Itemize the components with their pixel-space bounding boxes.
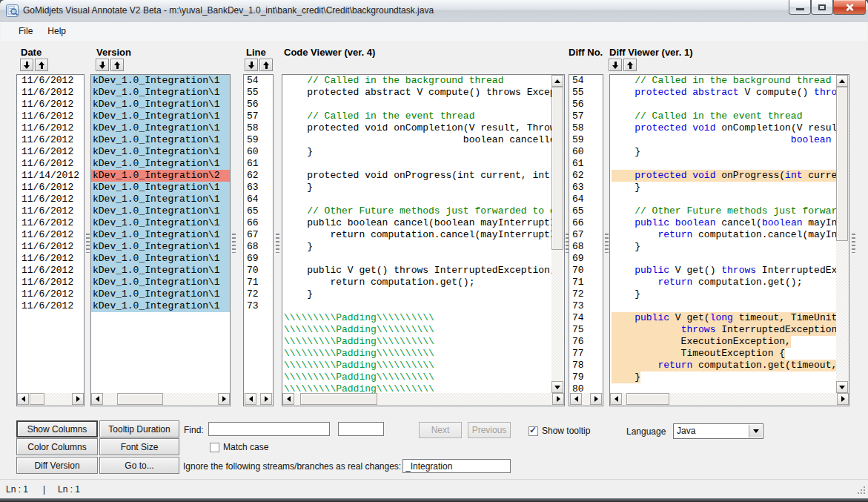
date-row[interactable]: 11/6/2012 — [17, 241, 84, 253]
diff-number[interactable]: 77 — [569, 348, 603, 360]
diff-line[interactable]: boolean cancelled) { — [610, 134, 836, 146]
horizontal-scrollbar[interactable] — [244, 393, 273, 406]
diff-line[interactable]: } — [610, 288, 836, 300]
code-line[interactable]: boolean cancelled) { — [282, 134, 551, 146]
line-number[interactable]: 64 — [244, 194, 273, 205]
code-line[interactable]: protected void onProgress(int current, i… — [282, 170, 551, 182]
diff-number[interactable]: 71 — [569, 277, 603, 288]
code-line[interactable]: } — [282, 146, 551, 158]
diff-line[interactable]: return computation.get(); — [610, 277, 836, 288]
ignore-streams-input[interactable] — [402, 459, 511, 473]
date-row[interactable]: 11/6/2012 — [17, 265, 84, 277]
diff-number[interactable]: 61 — [569, 158, 603, 170]
diff-number[interactable]: 62 — [569, 170, 603, 182]
splitter-grip[interactable] — [276, 234, 279, 253]
line-number[interactable]: 63 — [244, 182, 273, 194]
splitter-grip[interactable] — [605, 234, 609, 253]
date-row[interactable]: 11/6/2012 — [17, 75, 84, 87]
date-row[interactable]: 11/6/2012 — [17, 146, 84, 158]
code-line[interactable]: // Called in the event thread — [282, 110, 551, 122]
version-row[interactable]: kDev_1.0_Integration\2 — [91, 170, 230, 182]
diff-number[interactable]: 66 — [569, 217, 603, 229]
line-number[interactable]: 70 — [244, 265, 273, 277]
diff-line[interactable]: protected abstract V compute() throws Ex… — [610, 87, 836, 99]
version-row[interactable]: kDev_1.0_Integration\1 — [91, 110, 230, 122]
version-row[interactable]: kDev_1.0_Integration\1 — [91, 87, 230, 99]
date-row[interactable]: 11/6/2012 — [17, 194, 84, 205]
diff-number[interactable]: 69 — [569, 253, 603, 265]
code-line[interactable]: protected abstract V compute() throws Ex… — [282, 87, 551, 99]
code-line[interactable]: } — [282, 288, 551, 300]
diff-line[interactable] — [610, 383, 836, 393]
diff-number[interactable]: 75 — [569, 324, 603, 336]
diff-line[interactable] — [610, 300, 836, 312]
scroll-left-button[interactable] — [91, 393, 103, 405]
diff-number[interactable]: 57 — [569, 110, 603, 122]
version-row[interactable]: kDev_1.0_Integration\1 — [91, 182, 230, 194]
code-line[interactable] — [282, 300, 551, 312]
scroll-right-button[interactable] — [260, 393, 272, 405]
diff-number[interactable]: 59 — [569, 134, 603, 146]
line-number[interactable]: 58 — [244, 122, 273, 134]
line-sort-asc-button[interactable] — [259, 59, 273, 71]
line-sort-desc-button[interactable] — [245, 59, 258, 71]
horizontal-scrollbar[interactable] — [91, 393, 230, 406]
line-number[interactable]: 56 — [244, 99, 273, 110]
diff-line[interactable]: public V get() throws InterruptedExcepti… — [610, 265, 836, 277]
scrollbar-thumb[interactable] — [300, 393, 377, 405]
version-row[interactable]: kDev_1.0_Integration\1 — [91, 134, 230, 146]
code-line[interactable] — [282, 158, 551, 170]
line-number[interactable]: 55 — [244, 87, 273, 99]
version-row[interactable]: kDev_1.0_Integration\1 — [91, 99, 230, 110]
date-row[interactable]: 11/6/2012 — [17, 122, 84, 134]
diff-line[interactable]: } — [610, 241, 836, 253]
previous-button[interactable]: Previous — [468, 422, 511, 438]
diff-number[interactable]: 60 — [569, 146, 603, 158]
code-line[interactable]: public V get() throws InterruptedExcepti… — [282, 265, 551, 277]
diff-number[interactable]: 65 — [569, 205, 603, 217]
diff-line[interactable]: return computation.get(timeout, unit); — [610, 360, 836, 371]
resize-grip[interactable] — [855, 484, 865, 494]
version-row[interactable]: kDev_1.0_Integration\1 — [91, 194, 230, 205]
diff-line[interactable] — [610, 194, 836, 205]
version-sort-asc-button[interactable] — [110, 59, 124, 71]
code-line[interactable]: // Called in the background thread — [282, 75, 551, 87]
horizontal-scrollbar[interactable] — [610, 393, 849, 406]
code-line[interactable]: return computation.cancel(mayInterruptIf… — [282, 229, 551, 241]
version-row[interactable]: kDev_1.0_Integration\1 — [91, 241, 230, 253]
version-row[interactable]: kDev_1.0_Integration\1 — [91, 253, 230, 265]
diff-number[interactable]: 74 — [569, 312, 603, 324]
code-line[interactable]: \\\\\\\\\Padding\\\\\\\\\\ — [282, 360, 551, 371]
maximize-button[interactable] — [811, 0, 833, 15]
code-line[interactable] — [282, 194, 551, 205]
scroll-right-button[interactable] — [590, 393, 602, 405]
diff-version-button[interactable]: Diff Version — [16, 457, 98, 474]
code-line[interactable]: protected void onCompletion(V result, Th… — [282, 122, 551, 134]
line-number[interactable]: 62 — [244, 170, 273, 182]
code-line[interactable]: } — [282, 241, 551, 253]
go-to-button[interactable]: Go to... — [99, 457, 179, 474]
diff-number[interactable]: 80 — [569, 383, 603, 393]
line-number[interactable]: 68 — [244, 241, 273, 253]
scroll-down-button[interactable] — [551, 381, 563, 393]
date-sort-asc-button[interactable] — [35, 59, 48, 71]
line-number[interactable]: 71 — [244, 277, 273, 288]
line-number[interactable]: 65 — [244, 205, 273, 217]
scroll-up-button[interactable] — [836, 75, 848, 87]
diff-line[interactable] — [610, 253, 836, 265]
diff-number[interactable]: 56 — [569, 99, 603, 110]
match-case-checkbox[interactable] — [210, 443, 219, 452]
scroll-left-button[interactable] — [245, 393, 256, 405]
line-number[interactable]: 57 — [244, 110, 273, 122]
line-number[interactable]: 60 — [244, 146, 273, 158]
version-row[interactable]: kDev_1.0_Integration\1 — [91, 158, 230, 170]
diff-number[interactable]: 70 — [569, 265, 603, 277]
date-row[interactable]: 11/6/2012 — [17, 217, 84, 229]
scroll-left-button[interactable] — [282, 393, 294, 405]
version-row[interactable]: kDev_1.0_Integration\1 — [91, 205, 230, 217]
diff-number[interactable]: 79 — [569, 371, 603, 383]
date-row[interactable]: 11/6/2012 — [17, 87, 84, 99]
menu-file[interactable]: File — [11, 23, 40, 39]
diff-line[interactable]: // Other Future methods just forwarded t… — [610, 205, 836, 217]
date-row[interactable]: 11/6/2012 — [17, 300, 84, 312]
